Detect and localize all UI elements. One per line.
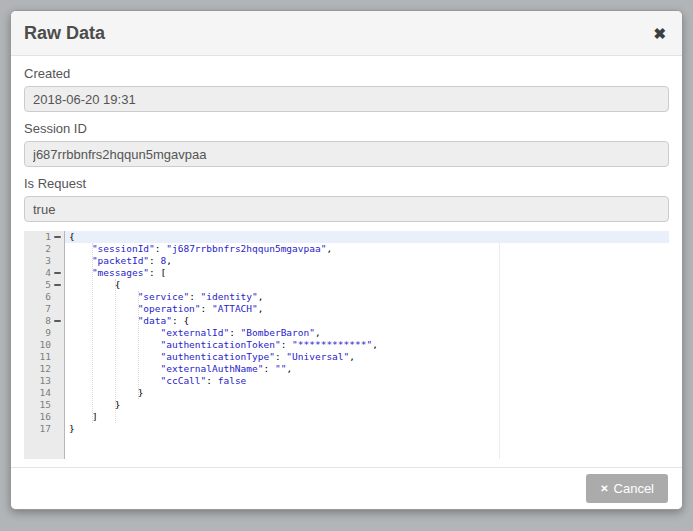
token-boolean: false (218, 375, 247, 386)
gutter-line-number-12: 12 (24, 363, 64, 375)
token-punctuation: : (201, 303, 212, 314)
token-punctuation: : (229, 327, 240, 338)
code-line-11[interactable]: "authenticationType": "Universal", (65, 351, 669, 363)
token-string: "ATTACH" (212, 303, 258, 314)
json-editor[interactable]: 1234567891011121314151617 { "sessionId":… (24, 231, 669, 459)
token-punctuation (69, 315, 138, 326)
modal-title: Raw Data (24, 23, 653, 44)
token-punctuation: { (69, 231, 75, 242)
cancel-x-icon: ✕ (600, 483, 608, 494)
cancel-button[interactable]: ✕ Cancel (586, 474, 668, 503)
token-punctuation (69, 267, 92, 278)
token-punctuation: , (326, 243, 332, 254)
gutter-line-number-14: 14 (24, 387, 64, 399)
code-line-6[interactable]: "service": "identity", (65, 291, 669, 303)
token-string: "identity" (201, 291, 258, 302)
token-punctuation: : (155, 243, 166, 254)
code-line-5[interactable]: { (65, 279, 669, 291)
code-line-16[interactable]: ] (65, 411, 669, 423)
fold-toggle-icon[interactable] (54, 236, 61, 238)
token-string: "externalAuthName" (161, 363, 264, 374)
token-string: "data" (138, 315, 172, 326)
code-line-8[interactable]: "data": { (65, 315, 669, 327)
code-line-10[interactable]: "authenticationToken": "************", (65, 339, 669, 351)
code-line-4[interactable]: "messages": [ (65, 267, 669, 279)
code-line-7[interactable]: "operation": "ATTACH", (65, 303, 669, 315)
field-label-session-id: Session ID (24, 121, 669, 136)
token-punctuation: : { (172, 315, 189, 326)
field-group-is-request: Is Request (24, 176, 669, 222)
token-punctuation: , (349, 351, 355, 362)
fold-toggle-icon[interactable] (54, 284, 61, 286)
code-line-1[interactable]: { (65, 231, 669, 243)
editor-gutter[interactable]: 1234567891011121314151617 (24, 231, 65, 459)
token-punctuation (69, 303, 138, 314)
cancel-button-label: Cancel (614, 481, 654, 496)
gutter-line-number-17: 17 (24, 423, 64, 435)
token-punctuation (69, 243, 92, 254)
token-punctuation: : (149, 255, 160, 266)
field-label-created: Created (24, 66, 669, 81)
code-line-9[interactable]: "externalId": "BomberBaron", (65, 327, 669, 339)
field-input-session-id[interactable] (24, 141, 669, 167)
field-label-is-request: Is Request (24, 176, 669, 191)
gutter-line-number-16: 16 (24, 411, 64, 423)
token-punctuation: , (258, 303, 264, 314)
fields-container: CreatedSession IDIs Request (24, 66, 669, 222)
token-punctuation (69, 363, 161, 374)
token-punctuation: , (372, 339, 378, 350)
token-punctuation: , (258, 291, 264, 302)
fold-toggle-icon[interactable] (54, 272, 61, 274)
modal-footer: ✕ Cancel (11, 467, 682, 509)
token-punctuation: { (69, 279, 120, 290)
token-punctuation: : (206, 375, 217, 386)
token-string: "Universal" (286, 351, 349, 362)
code-line-13[interactable]: "ccCall": false (65, 375, 669, 387)
gutter-line-number-7: 7 (24, 303, 64, 315)
token-punctuation: , (166, 255, 172, 266)
field-input-is-request[interactable] (24, 196, 669, 222)
token-punctuation: : (263, 363, 274, 374)
token-string: "ccCall" (161, 375, 207, 386)
code-line-15[interactable]: } (65, 399, 669, 411)
token-string: "operation" (138, 303, 201, 314)
gutter-line-number-15: 15 (24, 399, 64, 411)
code-line-12[interactable]: "externalAuthName": "", (65, 363, 669, 375)
token-punctuation (69, 291, 138, 302)
code-line-17[interactable]: } (65, 423, 669, 435)
token-string: "" (275, 363, 286, 374)
token-punctuation: , (315, 327, 321, 338)
token-string: "packetId" (92, 255, 149, 266)
close-icon[interactable]: ✖ (653, 26, 666, 41)
screen: { "modal": { "title": "Raw Data", "close… (0, 0, 693, 531)
gutter-line-number-8: 8 (24, 315, 64, 327)
token-punctuation: , (286, 363, 292, 374)
gutter-line-number-6: 6 (24, 291, 64, 303)
editor-code-area[interactable]: { "sessionId": "j687rrbbnfrs2hqqun5mgavp… (65, 231, 669, 459)
token-string: "BomberBaron" (241, 327, 315, 338)
gutter-line-number-13: 13 (24, 375, 64, 387)
token-string: "externalId" (161, 327, 230, 338)
token-string: "service" (138, 291, 189, 302)
code-line-3[interactable]: "packetId": 8, (65, 255, 669, 267)
code-line-14[interactable]: } (65, 387, 669, 399)
fold-toggle-icon[interactable] (54, 320, 61, 322)
token-punctuation (69, 327, 161, 338)
token-punctuation (69, 375, 161, 386)
field-input-created[interactable] (24, 86, 669, 112)
token-punctuation: } (69, 423, 75, 434)
token-punctuation: : [ (149, 267, 166, 278)
gutter-line-number-10: 10 (24, 339, 64, 351)
modal-body: CreatedSession IDIs Request 123456789101… (11, 56, 682, 467)
token-string: "authenticationToken" (161, 339, 281, 350)
field-group-created: Created (24, 66, 669, 112)
token-punctuation (69, 339, 161, 350)
gutter-line-number-2: 2 (24, 243, 64, 255)
token-string: "************" (292, 339, 372, 350)
token-punctuation: } (69, 399, 120, 410)
token-string: "messages" (92, 267, 149, 278)
code-line-2[interactable]: "sessionId": "j687rrbbnfrs2hqqun5mgavpaa… (65, 243, 669, 255)
token-string: "authenticationType" (161, 351, 275, 362)
gutter-line-number-5: 5 (24, 279, 64, 291)
token-punctuation (69, 351, 161, 362)
